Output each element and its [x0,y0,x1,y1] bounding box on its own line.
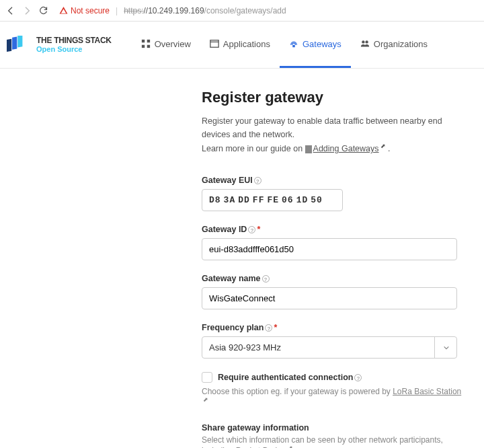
nav-organizations[interactable]: Organizations [351,22,437,68]
svg-rect-9 [292,45,295,48]
people-icon [360,39,370,48]
svg-rect-6 [147,45,149,48]
not-secure-badge: Not secure [59,6,110,15]
logo-icon [7,36,31,54]
help-icon[interactable]: ? [265,324,272,332]
external-link-icon: ⬈ [203,396,208,402]
adding-gateways-link[interactable]: Adding Gateways⬈ [313,144,386,153]
gateway-eui-input[interactable]: D8 3A DD FF FE 06 1D 50 [202,189,343,211]
help-icon[interactable]: ? [262,275,270,283]
external-link-icon: ⬈ [380,141,386,147]
reload-icon [38,5,48,15]
frequency-plan-field: Frequency plan?* Asia 920-923 MHz [202,323,464,359]
gateway-id-input[interactable] [202,238,457,260]
help-icon[interactable]: ? [248,226,255,233]
svg-rect-1 [12,36,17,49]
auth-connection-field: Require authenticated connection? Choose… [202,372,464,407]
svg-rect-2 [17,36,22,47]
share-info-title: Share gateway information [202,423,464,433]
gateway-icon [289,39,298,48]
help-icon[interactable]: ? [254,177,261,184]
url-bar[interactable]: Not secure | https://10.249.199.169/cons… [54,6,479,15]
gateway-name-label: Gateway name? [202,274,464,283]
auth-connection-label: Require authenticated connection? [218,373,362,382]
gateway-id-field: Gateway ID?* [202,225,464,260]
nav-applications[interactable]: Applications [200,22,280,68]
auth-connection-checkbox[interactable] [202,372,212,383]
doc-icon [305,145,312,153]
gateway-eui-label: Gateway EUI? [202,176,464,185]
page-title: Register gateway [202,89,464,106]
svg-rect-0 [7,38,11,51]
page-subtitle: Register your gateway to enable data tra… [202,114,464,155]
logo[interactable]: THE THINGS STACK Open Source [7,36,132,54]
auth-helper-text: Choose this option eg. if your gateway i… [202,387,464,407]
svg-rect-3 [142,40,145,42]
frequency-plan-select[interactable]: Asia 920-923 MHz [202,336,457,359]
grid-icon [141,39,151,48]
warning-icon [59,6,68,15]
frequency-plan-label: Frequency plan?* [202,323,464,332]
gateway-id-label: Gateway ID?* [202,225,464,234]
svg-rect-4 [147,40,149,42]
svg-rect-7 [210,40,218,48]
main-content: Register gateway Register your gateway t… [0,69,464,448]
nav-overview[interactable]: Overview [132,22,200,68]
url-text: https://10.249.199.169/console/gateways/… [124,6,286,15]
app-header: THE THINGS STACK Open Source Overview Ap… [0,22,484,69]
forward-button[interactable] [22,5,32,16]
main-nav: Overview Applications Gateways Organizat… [132,22,437,68]
svg-point-10 [362,40,364,43]
nav-gateways[interactable]: Gateways [280,22,351,68]
logo-subtitle: Open Source [36,45,112,53]
logo-title: THE THINGS STACK [36,36,112,45]
svg-point-11 [365,40,368,43]
svg-rect-5 [142,45,145,48]
back-button[interactable] [5,5,16,16]
external-link-icon: ⬈ [288,445,293,448]
arrow-left-icon [5,5,16,16]
reload-button[interactable] [38,5,48,16]
browser-bar: Not secure | https://10.249.199.169/cons… [0,0,484,22]
window-icon [210,39,219,48]
help-icon[interactable]: ? [354,374,362,381]
gateway-name-field: Gateway name? [202,274,464,309]
gateway-eui-field: Gateway EUI? D8 3A DD FF FE 06 1D 50 [202,176,464,211]
chevron-down-icon [434,336,457,359]
gateway-name-input[interactable] [202,287,457,309]
arrow-right-icon [22,5,32,16]
share-helper-text: Select which information can be seen by … [202,435,464,448]
